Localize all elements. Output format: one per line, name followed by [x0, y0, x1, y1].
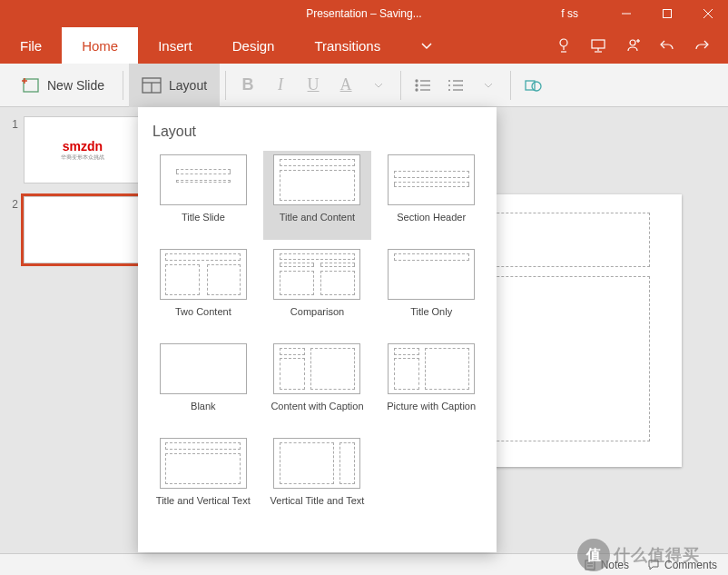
ribbon-tabs: File Home Insert Design Transitions: [0, 27, 728, 64]
layout-thumb-icon: [388, 343, 475, 394]
layout-grid: Title SlideTitle and ContentSection Head…: [149, 151, 486, 523]
layout-thumb-icon: [160, 249, 247, 300]
layout-thumb-icon: [273, 438, 360, 489]
layout-thumb-icon: [273, 343, 360, 394]
layout-option-label: Content with Caption: [271, 400, 363, 425]
layout-option-label: Title and Vertical Text: [156, 494, 251, 520]
layout-option-label: Two Content: [175, 305, 231, 331]
layout-label: Layout: [169, 78, 207, 93]
layout-option[interactable]: Section Header: [377, 151, 486, 240]
maximize-button[interactable]: [646, 0, 687, 27]
svg-point-23: [416, 89, 418, 91]
layout-thumb-icon: [160, 154, 247, 205]
shapes-button[interactable]: [516, 77, 549, 94]
layout-option-label: Section Header: [397, 211, 466, 236]
layout-option[interactable]: Title and Vertical Text: [149, 434, 258, 523]
window-title: Presentation – Saving...: [306, 7, 421, 20]
slide-number: 2: [7, 196, 18, 263]
layout-thumb-icon: [273, 154, 360, 205]
watermark: 值 什么值得买: [577, 539, 723, 571]
slide-thumbnails-panel: 1 smzdn 华裔变形本众挑战 2: [0, 107, 154, 553]
tab-insert[interactable]: Insert: [138, 27, 212, 64]
layout-option[interactable]: Picture with Caption: [377, 340, 486, 429]
layout-thumb-icon: [160, 438, 247, 489]
titlebar: Presentation – Saving... f ss: [0, 0, 728, 27]
layout-option[interactable]: Blank: [149, 340, 258, 429]
layout-option[interactable]: Title and Content: [263, 151, 372, 240]
italic-button[interactable]: I: [264, 64, 297, 107]
layout-popup-header: Layout: [149, 116, 486, 151]
redo-icon[interactable]: [684, 27, 719, 64]
layout-option[interactable]: Content with Caption: [263, 340, 372, 429]
new-slide-icon: [20, 75, 40, 95]
share-icon[interactable]: [615, 27, 650, 64]
watermark-icon: 值: [577, 539, 610, 571]
user-label[interactable]: f ss: [561, 7, 578, 20]
font-more-button[interactable]: [362, 64, 395, 107]
svg-rect-31: [526, 81, 535, 90]
close-button[interactable]: [687, 0, 728, 27]
thumbnail-row[interactable]: 1 smzdn 华裔变形本众挑战: [7, 116, 147, 183]
svg-rect-1: [663, 10, 671, 18]
layout-option-label: Title Only: [410, 305, 452, 331]
underline-button[interactable]: U: [297, 64, 330, 107]
tab-transitions[interactable]: Transitions: [294, 27, 400, 64]
tab-home[interactable]: Home: [62, 27, 138, 64]
layout-icon: [142, 77, 162, 94]
tab-more[interactable]: [400, 27, 453, 64]
layout-option[interactable]: Title Slide: [149, 151, 258, 240]
layout-option-label: Comparison: [290, 305, 344, 331]
separator: [225, 71, 226, 100]
layout-option-label: Blank: [191, 400, 216, 425]
layout-thumb-icon: [160, 343, 247, 394]
separator: [510, 71, 511, 100]
layout-option-label: Title Slide: [182, 211, 225, 236]
thumbnail-row[interactable]: 2: [7, 196, 147, 263]
layout-option[interactable]: Two Content: [149, 245, 258, 334]
layout-popup: Layout Title SlideTitle and ContentSecti…: [138, 107, 497, 552]
tellme-icon[interactable]: [546, 27, 581, 64]
slide-thumbnail[interactable]: [24, 196, 142, 263]
font-color-button[interactable]: A: [330, 64, 362, 107]
layout-option[interactable]: Comparison: [263, 245, 372, 334]
list-more-button[interactable]: [472, 81, 505, 90]
svg-point-19: [416, 80, 418, 82]
slide-thumbnail[interactable]: smzdn 华裔变形本众挑战: [24, 116, 142, 183]
window-controls: [605, 0, 728, 27]
separator: [400, 71, 401, 100]
thumb-logo: smzdn: [63, 139, 103, 154]
tab-file[interactable]: File: [0, 27, 62, 64]
svg-point-21: [416, 84, 418, 86]
watermark-text: 什么值得买: [614, 544, 700, 566]
ribbon: New Slide Layout B I U A: [0, 64, 728, 107]
slide-number: 1: [7, 116, 18, 183]
new-slide-button[interactable]: New Slide: [7, 64, 117, 107]
svg-point-4: [560, 39, 567, 46]
separator: [123, 71, 123, 100]
new-slide-label: New Slide: [47, 78, 104, 93]
layout-option-label: Picture with Caption: [387, 400, 476, 425]
present-icon[interactable]: [581, 27, 615, 64]
tab-design[interactable]: Design: [212, 27, 295, 64]
layout-option[interactable]: Title Only: [377, 245, 486, 334]
svg-point-32: [532, 82, 541, 91]
bold-button[interactable]: B: [231, 64, 264, 107]
layout-thumb-icon: [273, 249, 360, 300]
layout-button[interactable]: Layout: [129, 64, 220, 107]
layout-thumb-icon: [388, 249, 475, 300]
svg-rect-7: [592, 40, 605, 48]
svg-point-10: [630, 40, 635, 45]
layout-option-label: Vertical Title and Text: [271, 494, 365, 520]
layout-thumb-icon: [388, 154, 475, 205]
bullets-button[interactable]: [407, 78, 439, 93]
layout-option[interactable]: Vertical Title and Text: [263, 434, 372, 523]
minimize-button[interactable]: [605, 0, 646, 27]
layout-option-label: Title and Content: [280, 211, 355, 236]
thumb-sub: 华裔变形本众挑战: [61, 154, 104, 162]
undo-icon[interactable]: [650, 27, 684, 64]
numbering-button[interactable]: [439, 78, 472, 93]
